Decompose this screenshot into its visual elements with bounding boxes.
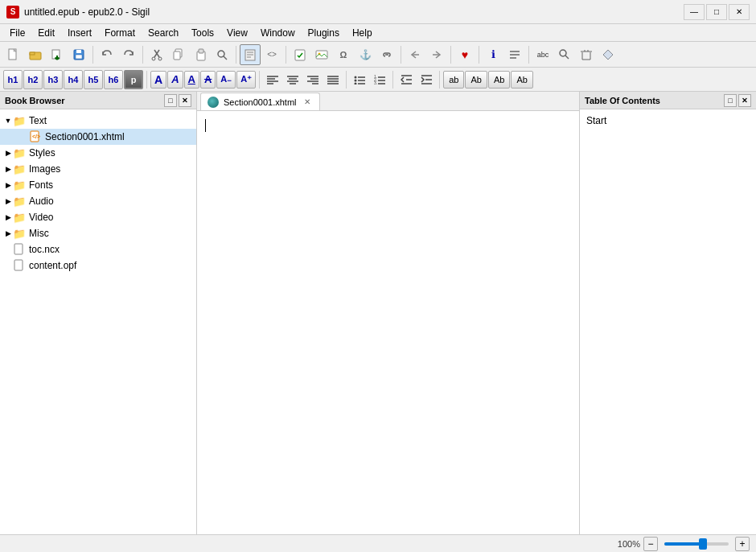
- validate-epub-button[interactable]: [290, 44, 310, 65]
- find-button[interactable]: [212, 44, 232, 65]
- heading5-button[interactable]: h5: [84, 70, 103, 89]
- tree-item-contentopf[interactable]: content.opf: [0, 257, 196, 274]
- tree-item-fonts[interactable]: ▶ 📁 Fonts: [0, 177, 196, 193]
- tree-toggle-misc[interactable]: ▶: [3, 229, 13, 238]
- auto-fix-button[interactable]: [598, 44, 618, 65]
- cut-button[interactable]: [146, 44, 167, 65]
- toc-item-start[interactable]: Start: [586, 113, 750, 129]
- undo-button[interactable]: [97, 44, 117, 65]
- align-right-button[interactable]: [303, 70, 323, 89]
- tree-toggle-text[interactable]: ▼: [3, 116, 13, 126]
- menu-search[interactable]: Search: [142, 26, 185, 40]
- style-lowercase-button[interactable]: Ab: [511, 71, 532, 89]
- font-increase-button[interactable]: A⁺: [236, 71, 256, 89]
- zoom-out-button[interactable]: −: [643, 537, 658, 551]
- maximize-button[interactable]: □: [706, 4, 727, 20]
- tree-toggle-video[interactable]: ▶: [3, 212, 13, 222]
- paragraph-button[interactable]: p: [124, 70, 143, 89]
- editor-tab-close-button[interactable]: ✕: [302, 97, 313, 108]
- outdent-button[interactable]: [396, 70, 416, 89]
- book-browser-close-button[interactable]: ✕: [179, 94, 191, 107]
- heading4-button[interactable]: h4: [64, 70, 83, 89]
- spellcheck-button[interactable]: abc: [532, 44, 553, 65]
- save-all-button[interactable]: [68, 44, 89, 65]
- font-decrease-button[interactable]: A₋: [216, 71, 236, 89]
- tree-item-styles[interactable]: ▶ 📁 Styles: [0, 145, 196, 161]
- font-underline-button[interactable]: A: [184, 71, 199, 89]
- meta-editor-button[interactable]: ℹ: [483, 44, 503, 65]
- editor-tab-section0001[interactable]: Section0001.xhtml ✕: [200, 93, 320, 110]
- tree-item-misc[interactable]: ▶ 📁 Misc: [0, 225, 196, 241]
- copy-button[interactable]: [168, 44, 189, 65]
- style-normal-button[interactable]: ab: [443, 71, 464, 89]
- tree-item-section0001[interactable]: </> Section0001.xhtml: [0, 129, 196, 145]
- menu-insert[interactable]: Insert: [61, 26, 98, 40]
- insert-link-button[interactable]: [376, 44, 397, 65]
- tree-toggle-fonts[interactable]: ▶: [3, 180, 13, 190]
- menu-help[interactable]: Help: [346, 26, 379, 40]
- editor-content[interactable]: [197, 111, 579, 534]
- font-italic-button[interactable]: A: [167, 71, 183, 89]
- delete-unused-button[interactable]: [576, 44, 597, 65]
- indent-button[interactable]: [417, 70, 436, 89]
- open-button[interactable]: [25, 44, 46, 65]
- svg-rect-75: [14, 244, 23, 254]
- ordered-list-button[interactable]: 1.2.3.: [370, 70, 389, 89]
- heading6-button[interactable]: h6: [104, 70, 123, 89]
- insert-image-button[interactable]: [311, 44, 332, 65]
- find-regex-button[interactable]: [554, 44, 575, 65]
- zoom-in-button[interactable]: +: [735, 537, 750, 551]
- tree-item-images[interactable]: ▶ 📁 Images: [0, 161, 196, 177]
- style-capitalize-button[interactable]: Ab: [465, 71, 487, 89]
- svg-point-19: [218, 51, 224, 57]
- paste-button[interactable]: [190, 44, 211, 65]
- heading2-button[interactable]: h2: [23, 70, 43, 89]
- add-existing-button[interactable]: [47, 44, 68, 65]
- menu-view[interactable]: View: [220, 26, 254, 40]
- style-uppercase-button[interactable]: Ab: [488, 71, 510, 89]
- align-left-button[interactable]: [263, 70, 282, 89]
- toc-close-button[interactable]: ✕: [738, 94, 751, 107]
- bookmark-button[interactable]: ♥: [454, 44, 475, 65]
- book-view-button[interactable]: [240, 44, 261, 65]
- special-char-button[interactable]: Ω: [333, 44, 354, 65]
- forward-button[interactable]: [426, 44, 447, 65]
- tree-item-audio[interactable]: ▶ 📁 Audio: [0, 193, 196, 209]
- tree-toggle-audio[interactable]: ▶: [3, 196, 13, 206]
- menu-format[interactable]: Format: [98, 26, 142, 40]
- folder-images-icon: 📁: [13, 163, 26, 175]
- menu-edit[interactable]: Edit: [31, 26, 61, 40]
- minimize-button[interactable]: —: [684, 4, 705, 20]
- back-button[interactable]: [405, 44, 425, 65]
- new-button[interactable]: [3, 44, 24, 65]
- align-center-button[interactable]: [283, 70, 302, 89]
- heading3-button[interactable]: h3: [43, 70, 63, 89]
- tree-item-video[interactable]: ▶ 📁 Video: [0, 209, 196, 225]
- align-justify-button[interactable]: [323, 70, 343, 89]
- tree-label-misc: Misc: [29, 228, 49, 239]
- bullet-list-button[interactable]: [350, 70, 369, 89]
- font-normal-button[interactable]: A: [150, 71, 166, 89]
- zoom-slider[interactable]: [664, 542, 729, 546]
- code-view-button[interactable]: <>: [261, 44, 282, 65]
- toc-undock-button[interactable]: □: [724, 94, 737, 107]
- tree-toggle-styles[interactable]: ▶: [3, 148, 13, 158]
- tree-item-tocncx[interactable]: toc.ncx: [0, 241, 196, 257]
- menu-plugins[interactable]: Plugins: [302, 26, 346, 40]
- menu-tools[interactable]: Tools: [185, 26, 220, 40]
- menu-file[interactable]: File: [3, 26, 31, 40]
- close-button[interactable]: ✕: [729, 4, 750, 20]
- tree-item-text[interactable]: ▼ 📁 Text: [0, 113, 196, 129]
- separator-7: [479, 46, 479, 64]
- folder-video-icon: 📁: [13, 211, 26, 224]
- menu-window[interactable]: Window: [254, 26, 302, 40]
- redo-button[interactable]: [118, 44, 139, 65]
- toc-label-start: Start: [586, 115, 606, 126]
- book-browser-undock-button[interactable]: □: [164, 94, 177, 107]
- toc-editor-button[interactable]: [504, 44, 525, 65]
- font-strikethrough-button[interactable]: A: [200, 71, 216, 89]
- insert-id-button[interactable]: ⚓: [355, 44, 376, 65]
- zoom-slider-thumb[interactable]: [699, 538, 707, 550]
- tree-toggle-images[interactable]: ▶: [3, 164, 13, 174]
- heading1-button[interactable]: h1: [3, 70, 23, 89]
